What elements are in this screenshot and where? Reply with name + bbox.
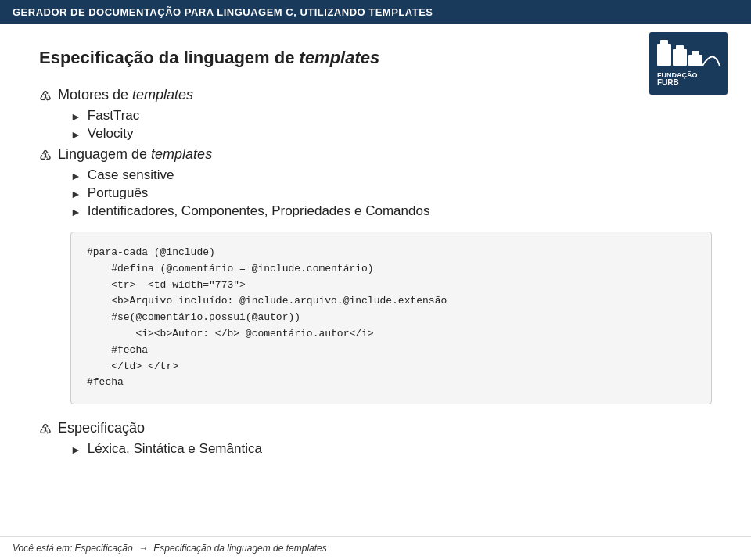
outline-item-motores: ♳ Motores de templates: [39, 87, 712, 105]
main-content: FUNDAÇÃO FURB Especificação da linguagem…: [0, 24, 751, 475]
portugues-label: Português: [88, 185, 149, 201]
motores-label: Motores de templates: [58, 87, 193, 103]
breadcrumb-item2: Especificação da linguagem de templates: [153, 543, 326, 554]
code-line-9: #fecha: [87, 375, 695, 391]
arrow-icon-case: ►: [70, 170, 81, 182]
identificadores-label: Identificadores, Componentes, Propriedad…: [88, 203, 430, 219]
arrow-icon-identificadores: ►: [70, 206, 81, 218]
header-bar: GERADOR DE DOCUMENTAÇÃO PARA LINGUAGEM C…: [0, 0, 751, 24]
leaf-icon-linguagem: ♳: [39, 147, 52, 164]
case-sensitive-label: Case sensitive: [88, 167, 174, 183]
outline-item-fasttrac: ► FastTrac: [70, 108, 712, 124]
outline-item-velocity: ► Velocity: [70, 126, 712, 142]
svg-rect-3: [673, 49, 687, 66]
breadcrumb-item1: Especificação: [75, 543, 133, 554]
svg-rect-2: [660, 40, 668, 45]
svg-rect-6: [692, 51, 699, 56]
breadcrumb-arrow: →: [138, 543, 148, 554]
header-title: GERADOR DE DOCUMENTAÇÃO PARA LINGUAGEM C…: [13, 6, 433, 18]
arrow-icon-lexica: ►: [70, 443, 81, 456]
code-line-4: <b>Arquivo incluído: @include.arquivo.@i…: [87, 293, 695, 310]
fasttrac-label: FastTrac: [88, 108, 139, 124]
furb-logo-icon: FUNDAÇÃO FURB: [649, 32, 728, 95]
especificacao-label: Especificação: [58, 420, 145, 436]
lexica-label: Léxica, Sintática e Semântica: [88, 441, 262, 457]
linguagem-label: Linguagem de templates: [58, 146, 212, 163]
code-line-6: <i><b>Autor: </b> @comentário.autor</i>: [87, 326, 695, 343]
code-line-8: </td> </tr>: [87, 359, 695, 375]
code-line-3: <tr> <td width="773">: [87, 278, 695, 294]
logo-area: FUNDAÇÃO FURB: [649, 32, 728, 95]
arrow-icon-fasttrac: ►: [70, 110, 81, 123]
outline-item-portugues: ► Português: [70, 185, 712, 201]
breadcrumb-prefix: Você está em:: [13, 543, 75, 554]
arrow-icon-velocity: ►: [70, 128, 81, 141]
breadcrumb-bar: Você está em: Especificação → Especifica…: [0, 536, 751, 560]
page-title: Especificação da linguagem de templates: [39, 48, 610, 68]
outline-item-linguagem: ♳ Linguagem de templates: [39, 146, 712, 164]
code-line-7: #fecha: [87, 343, 695, 359]
code-line-2: #defina (@comentário = @include.comentár…: [87, 261, 695, 278]
code-block: #para-cada (@include) #defina (@comentár…: [70, 232, 712, 404]
outline-item-identificadores: ► Identificadores, Componentes, Propried…: [70, 203, 712, 219]
outline-item-case-sensitive: ► Case sensitive: [70, 167, 712, 183]
svg-rect-4: [676, 45, 684, 50]
velocity-label: Velocity: [88, 126, 134, 142]
code-line-5: #se(@comentário.possui(@autor)): [87, 310, 695, 326]
leaf-icon-especificacao: ♳: [39, 421, 52, 438]
svg-rect-1: [657, 44, 671, 66]
leaf-icon-motores: ♳: [39, 88, 52, 105]
code-line-1: #para-cada (@include): [87, 245, 695, 261]
outline-item-especificacao: ♳ Especificação: [39, 420, 712, 438]
outline-item-lexica: ► Léxica, Sintática e Semântica: [70, 441, 712, 457]
bottom-section: ♳ Especificação ► Léxica, Sintática e Se…: [39, 420, 712, 457]
arrow-icon-portugues: ►: [70, 188, 81, 200]
svg-text:FURB: FURB: [657, 78, 679, 87]
svg-rect-5: [688, 55, 702, 66]
